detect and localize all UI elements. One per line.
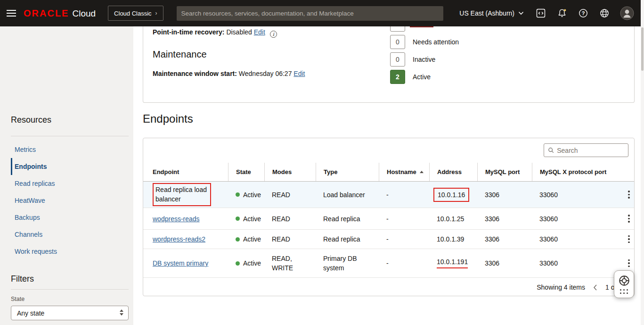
- row-actions-menu[interactable]: [626, 233, 632, 245]
- table-search-input[interactable]: [557, 147, 624, 154]
- language-button[interactable]: [599, 8, 610, 19]
- select-stepper-icon: [120, 309, 123, 316]
- chevron-down-icon: [518, 11, 524, 15]
- column-header-mysql-x-port[interactable]: MySQL X protocol port: [532, 163, 619, 181]
- state-filter-label: State: [11, 296, 24, 302]
- row-actions-menu[interactable]: [626, 258, 632, 269]
- column-header-hostname[interactable]: Hostname: [379, 163, 429, 181]
- sidebar-item-metrics[interactable]: Metrics: [11, 141, 129, 158]
- pitr-line: Point-in-time recovery: Disabled Edit i: [153, 28, 277, 38]
- maintenance-edit-link[interactable]: Edit: [293, 70, 305, 77]
- column-header-modes[interactable]: Modes: [264, 163, 316, 181]
- table-row[interactable]: wodpress-reads Active READ Read replica …: [143, 208, 634, 230]
- state-value: Active: [243, 235, 261, 243]
- status-dot: [236, 217, 240, 221]
- assistant-widget[interactable]: [614, 270, 634, 298]
- sidebar-item-heatwave[interactable]: HeatWave: [11, 192, 129, 209]
- column-header-actions: [619, 163, 634, 181]
- page-title: Endpoints: [143, 112, 193, 125]
- previous-page-button[interactable]: [593, 284, 598, 291]
- scrollbar-thumb[interactable]: [641, 27, 644, 71]
- address-value: 10.0.1.39: [429, 230, 477, 249]
- drag-dots-icon: [620, 289, 628, 294]
- table-search-box[interactable]: [544, 143, 628, 157]
- chevron-left-icon: [593, 284, 598, 291]
- modes-value: READ: [264, 230, 316, 249]
- maintenance-title: Maintenance: [153, 49, 207, 60]
- sidebar-item-read-replicas[interactable]: Read replicas: [11, 175, 129, 192]
- status-row-needs-attention: 0 Needs attention: [390, 35, 459, 49]
- help-icon: ?: [578, 8, 588, 18]
- resources-nav: Metrics Endpoints Read replicas HeatWave…: [11, 141, 129, 260]
- sidebar-item-backups[interactable]: Backups: [11, 209, 129, 226]
- endpoint-link[interactable]: DB system primary: [153, 259, 208, 267]
- divider: [11, 289, 129, 290]
- status-label-needs-attention: Needs attention: [413, 38, 459, 46]
- row-actions-menu[interactable]: [626, 213, 632, 225]
- type-value: Load balancer: [316, 182, 379, 208]
- scrollbar-track[interactable]: [641, 0, 644, 325]
- annotation-underline-address: 10.0.1.191: [437, 258, 468, 268]
- search-icon: [548, 147, 554, 154]
- region-label: US East (Ashburn): [459, 9, 514, 17]
- endpoint-link[interactable]: wordpress-reads2: [153, 235, 205, 243]
- info-icon[interactable]: i: [270, 31, 277, 38]
- column-header-state[interactable]: State: [228, 163, 264, 181]
- avatar: [620, 6, 634, 20]
- state-value: Active: [243, 259, 261, 267]
- sidebar-item-work-requests[interactable]: Work requests: [11, 243, 129, 260]
- column-header-mysql-port[interactable]: MySQL port: [477, 163, 532, 181]
- status-dot: [236, 261, 240, 266]
- table-row[interactable]: wordpress-reads2 Active READ Read replic…: [143, 230, 634, 249]
- status-row-active: 2 Active: [390, 70, 459, 84]
- status-count-active: 2: [390, 70, 405, 84]
- status-row-inactive: 0 Inactive: [390, 52, 459, 67]
- user-menu-button[interactable]: [620, 6, 634, 20]
- table-row[interactable]: Read replica load balancer Active READ L…: [143, 182, 634, 208]
- row-actions-menu[interactable]: [626, 189, 632, 200]
- table-header-row: Endpoint State Modes Type Hostname Addre…: [143, 163, 634, 182]
- pitr-label: Point-in-time recovery:: [153, 28, 224, 36]
- mysql-port-value: 3306: [477, 249, 532, 277]
- annotation-box-address: 10.0.1.16: [433, 188, 469, 202]
- column-header-type[interactable]: Type: [316, 163, 379, 181]
- region-selector[interactable]: US East (Ashburn): [459, 9, 524, 17]
- sidebar-item-channels[interactable]: Channels: [11, 226, 129, 243]
- status-label-active: Active: [413, 73, 431, 81]
- hostname-value: -: [379, 182, 429, 208]
- endpoint-link[interactable]: wodpress-reads: [153, 215, 200, 223]
- column-header-address[interactable]: Address: [429, 163, 477, 181]
- showing-count: Showing 4 items: [537, 283, 585, 291]
- oracle-logo-text: ORACLE: [24, 8, 69, 19]
- notifications-button[interactable]: [556, 8, 568, 19]
- global-search-box[interactable]: [177, 6, 443, 21]
- table-row[interactable]: DB system primary Active READ, WRITE Pri…: [143, 249, 634, 278]
- state-filter-select[interactable]: Any state: [11, 306, 129, 320]
- endpoints-card: Endpoint State Modes Type Hostname Addre…: [143, 138, 635, 296]
- menu-icon[interactable]: [0, 0, 23, 26]
- header-icons: ?: [535, 6, 634, 20]
- sidebar-item-endpoints[interactable]: Endpoints: [11, 158, 129, 175]
- global-search-input[interactable]: [181, 10, 439, 17]
- status-dot: [236, 192, 240, 197]
- developer-tools-icon: [536, 8, 546, 18]
- address-value: 10.0.1.25: [429, 208, 477, 229]
- oracle-cloud-logo[interactable]: ORACLE Cloud: [24, 8, 96, 19]
- hostname-value: -: [379, 249, 429, 277]
- pitr-edit-link[interactable]: Edit: [254, 28, 265, 36]
- column-header-endpoint[interactable]: Endpoint: [143, 163, 228, 181]
- maintenance-window-label: Maintenance window start:: [153, 70, 237, 77]
- mysql-x-port-value: 33060: [532, 249, 619, 277]
- type-value: Primary DB system: [323, 254, 365, 273]
- mysql-port-value: 3306: [477, 182, 532, 208]
- mysql-port-value: 3306: [477, 230, 532, 249]
- developer-tools-button[interactable]: [535, 8, 546, 19]
- cloud-classic-button[interactable]: Cloud Classic ›: [108, 6, 163, 21]
- annotation-box-endpoint: Read replica load balancer: [153, 183, 211, 206]
- modes-value: READ: [264, 182, 316, 208]
- help-button[interactable]: ?: [578, 8, 589, 19]
- hostname-value: -: [379, 230, 429, 249]
- resources-sidebar: Resources Metrics Endpoints Read replica…: [0, 26, 133, 325]
- mysql-x-port-value: 33060: [532, 208, 619, 229]
- maintenance-window-value: Wednesday 06:27: [239, 70, 292, 77]
